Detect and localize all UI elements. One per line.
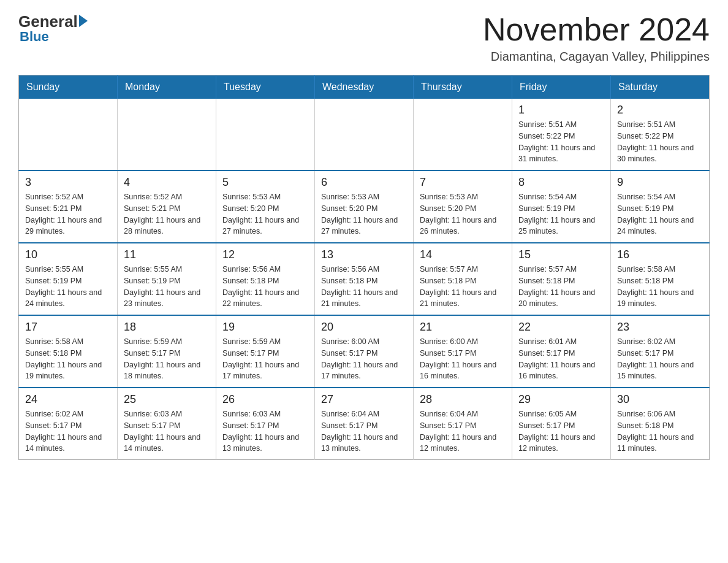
day-info: Sunrise: 6:06 AMSunset: 5:18 PMDaylight:… [617,408,703,454]
table-row: 17Sunrise: 5:58 AMSunset: 5:18 PMDayligh… [19,315,118,388]
table-row: 26Sunrise: 6:03 AMSunset: 5:17 PMDayligh… [216,388,315,460]
day-number: 22 [518,321,604,334]
day-info: Sunrise: 5:53 AMSunset: 5:20 PMDaylight:… [321,191,407,237]
table-row: 9Sunrise: 5:54 AMSunset: 5:19 PMDaylight… [611,170,710,243]
table-row: 15Sunrise: 5:57 AMSunset: 5:18 PMDayligh… [512,243,611,315]
day-number: 16 [617,248,703,261]
calendar-table: Sunday Monday Tuesday Wednesday Thursday… [18,75,710,460]
day-info: Sunrise: 5:53 AMSunset: 5:20 PMDaylight:… [222,191,308,237]
day-info: Sunrise: 5:56 AMSunset: 5:18 PMDaylight:… [222,264,308,310]
table-row: 6Sunrise: 5:53 AMSunset: 5:20 PMDaylight… [315,170,414,243]
day-info: Sunrise: 6:03 AMSunset: 5:17 PMDaylight:… [222,408,308,454]
table-row: 14Sunrise: 5:57 AMSunset: 5:18 PMDayligh… [414,243,512,315]
day-info: Sunrise: 6:04 AMSunset: 5:17 PMDaylight:… [420,408,506,454]
table-row: 25Sunrise: 6:03 AMSunset: 5:17 PMDayligh… [118,388,216,460]
header-monday: Monday [118,75,216,99]
day-number: 30 [617,393,703,406]
table-row: 28Sunrise: 6:04 AMSunset: 5:17 PMDayligh… [414,388,512,460]
day-info: Sunrise: 5:55 AMSunset: 5:19 PMDaylight:… [124,264,210,310]
day-info: Sunrise: 6:02 AMSunset: 5:17 PMDaylight:… [25,408,111,454]
day-info: Sunrise: 5:51 AMSunset: 5:22 PMDaylight:… [617,119,703,165]
table-row: 4Sunrise: 5:52 AMSunset: 5:21 PMDaylight… [118,170,216,243]
day-number: 8 [518,176,604,189]
day-info: Sunrise: 5:59 AMSunset: 5:17 PMDaylight:… [124,336,210,382]
day-number: 10 [25,248,111,261]
table-row: 12Sunrise: 5:56 AMSunset: 5:18 PMDayligh… [216,243,315,315]
day-number: 28 [420,393,506,406]
table-row: 11Sunrise: 5:55 AMSunset: 5:19 PMDayligh… [118,243,216,315]
table-row [118,99,216,170]
day-info: Sunrise: 6:04 AMSunset: 5:17 PMDaylight:… [321,408,407,454]
day-number: 7 [420,176,506,189]
day-info: Sunrise: 6:03 AMSunset: 5:17 PMDaylight:… [124,408,210,454]
table-row [315,99,414,170]
table-row: 21Sunrise: 6:00 AMSunset: 5:17 PMDayligh… [414,315,512,388]
day-info: Sunrise: 5:52 AMSunset: 5:21 PMDaylight:… [25,191,111,237]
table-row: 19Sunrise: 5:59 AMSunset: 5:17 PMDayligh… [216,315,315,388]
logo: General Blue [18,12,88,45]
table-row: 2Sunrise: 5:51 AMSunset: 5:22 PMDaylight… [611,99,710,170]
header-sunday: Sunday [19,75,118,99]
day-number: 3 [25,176,111,189]
header-saturday: Saturday [611,75,710,99]
day-info: Sunrise: 6:05 AMSunset: 5:17 PMDaylight:… [518,408,604,454]
table-row: 22Sunrise: 6:01 AMSunset: 5:17 PMDayligh… [512,315,611,388]
day-number: 26 [222,393,308,406]
day-info: Sunrise: 5:54 AMSunset: 5:19 PMDaylight:… [617,191,703,237]
header-friday: Friday [512,75,611,99]
table-row: 1Sunrise: 5:51 AMSunset: 5:22 PMDaylight… [512,99,611,170]
table-row [19,99,118,170]
day-number: 11 [124,248,210,261]
day-info: Sunrise: 5:52 AMSunset: 5:21 PMDaylight:… [124,191,210,237]
table-row: 24Sunrise: 6:02 AMSunset: 5:17 PMDayligh… [19,388,118,460]
header-tuesday: Tuesday [216,75,315,99]
day-info: Sunrise: 5:53 AMSunset: 5:20 PMDaylight:… [420,191,506,237]
table-row: 7Sunrise: 5:53 AMSunset: 5:20 PMDaylight… [414,170,512,243]
day-number: 24 [25,393,111,406]
day-info: Sunrise: 5:58 AMSunset: 5:18 PMDaylight:… [25,336,111,382]
calendar-week-row: 1Sunrise: 5:51 AMSunset: 5:22 PMDaylight… [19,99,710,170]
day-info: Sunrise: 5:57 AMSunset: 5:18 PMDaylight:… [420,264,506,310]
day-info: Sunrise: 6:00 AMSunset: 5:17 PMDaylight:… [321,336,407,382]
table-row: 3Sunrise: 5:52 AMSunset: 5:21 PMDaylight… [19,170,118,243]
table-row [216,99,315,170]
calendar-week-row: 17Sunrise: 5:58 AMSunset: 5:18 PMDayligh… [19,315,710,388]
day-info: Sunrise: 5:57 AMSunset: 5:18 PMDaylight:… [518,264,604,310]
table-row: 29Sunrise: 6:05 AMSunset: 5:17 PMDayligh… [512,388,611,460]
day-number: 6 [321,176,407,189]
day-number: 2 [617,104,703,117]
calendar-week-row: 10Sunrise: 5:55 AMSunset: 5:19 PMDayligh… [19,243,710,315]
day-info: Sunrise: 5:58 AMSunset: 5:18 PMDaylight:… [617,264,703,310]
day-info: Sunrise: 5:56 AMSunset: 5:18 PMDaylight:… [321,264,407,310]
day-info: Sunrise: 6:00 AMSunset: 5:17 PMDaylight:… [420,336,506,382]
table-row: 5Sunrise: 5:53 AMSunset: 5:20 PMDaylight… [216,170,315,243]
table-row: 16Sunrise: 5:58 AMSunset: 5:18 PMDayligh… [611,243,710,315]
table-row: 8Sunrise: 5:54 AMSunset: 5:19 PMDaylight… [512,170,611,243]
day-number: 20 [321,321,407,334]
table-row: 20Sunrise: 6:00 AMSunset: 5:17 PMDayligh… [315,315,414,388]
day-number: 23 [617,321,703,334]
day-number: 4 [124,176,210,189]
table-row: 23Sunrise: 6:02 AMSunset: 5:17 PMDayligh… [611,315,710,388]
table-row: 10Sunrise: 5:55 AMSunset: 5:19 PMDayligh… [19,243,118,315]
day-number: 17 [25,321,111,334]
location-title: Diamantina, Cagayan Valley, Philippines [483,50,710,64]
table-row: 27Sunrise: 6:04 AMSunset: 5:17 PMDayligh… [315,388,414,460]
header-wednesday: Wednesday [315,75,414,99]
table-row: 18Sunrise: 5:59 AMSunset: 5:17 PMDayligh… [118,315,216,388]
weekday-header-row: Sunday Monday Tuesday Wednesday Thursday… [19,75,710,99]
day-number: 21 [420,321,506,334]
day-number: 19 [222,321,308,334]
logo-blue: Blue [20,29,49,45]
day-number: 14 [420,248,506,261]
day-info: Sunrise: 6:01 AMSunset: 5:17 PMDaylight:… [518,336,604,382]
day-number: 5 [222,176,308,189]
page-header: General Blue November 2024 Diamantina, C… [18,12,710,64]
day-info: Sunrise: 6:02 AMSunset: 5:17 PMDaylight:… [617,336,703,382]
day-number: 15 [518,248,604,261]
day-info: Sunrise: 5:59 AMSunset: 5:17 PMDaylight:… [222,336,308,382]
calendar-week-row: 3Sunrise: 5:52 AMSunset: 5:21 PMDaylight… [19,170,710,243]
table-row: 30Sunrise: 6:06 AMSunset: 5:18 PMDayligh… [611,388,710,460]
logo-arrow-icon [79,15,88,27]
day-number: 9 [617,176,703,189]
